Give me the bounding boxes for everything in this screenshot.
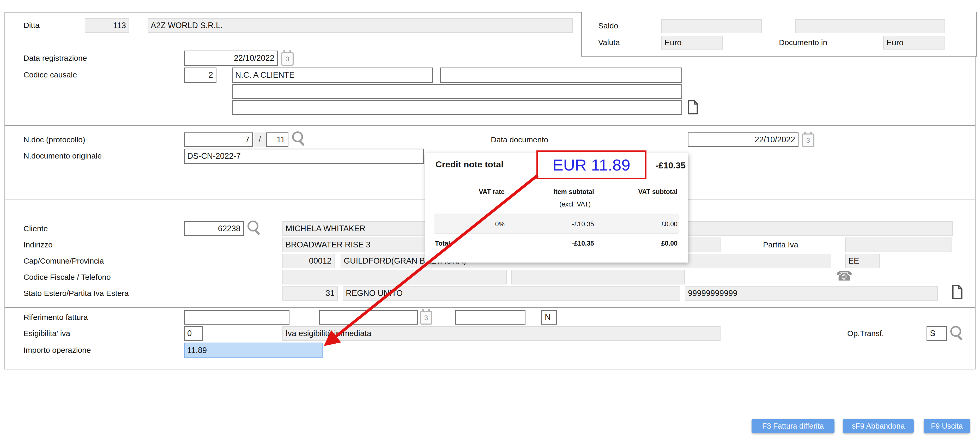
ndoc-numero-field[interactable]: 7	[184, 132, 253, 147]
op-transf-field[interactable]: S	[926, 326, 947, 341]
data-documento-field[interactable]: 22/10/2022	[688, 132, 799, 147]
vat-rate-value: 0%	[495, 220, 504, 228]
search-icon[interactable]	[292, 132, 303, 142]
riferimento-numero-field[interactable]	[184, 310, 290, 325]
cap-field: 00012	[282, 254, 334, 268]
accounting-form-window: Ditta 113 A2Z WORLD S.R.L. Saldo Valuta …	[0, 0, 980, 438]
vat-subtotal-header: VAT subtotal	[638, 188, 678, 195]
divider-section-3	[4, 307, 976, 308]
data-registrazione-label: Data registrazione	[24, 54, 87, 63]
partita-iva-field	[845, 238, 952, 252]
codice-causale-label: Codice causale	[24, 70, 77, 79]
calendar-icon[interactable]: 3	[420, 311, 433, 325]
esigibilita-iva-label: Esigibilita' iva	[24, 329, 70, 338]
ditta-label: Ditta	[24, 21, 40, 30]
ndoc-serie-field[interactable]: 11	[266, 132, 288, 147]
causale-extra-field[interactable]	[440, 68, 682, 83]
stato-nome-field: REGNO UNITO	[343, 286, 680, 301]
item-subtotal-value: -£10.35	[572, 220, 594, 228]
causale-note-field-1[interactable]	[232, 84, 682, 99]
calendar-icon-glyph: 3	[286, 55, 289, 63]
item-subtotal-note: (excl. VAT)	[559, 200, 591, 208]
op-transf-label: Op.Transf.	[847, 329, 884, 338]
f3-fattura-differita-button[interactable]: F3 Fattura differita	[752, 419, 835, 433]
ditta-name-field: A2Z WORLD S.R.L.	[148, 18, 573, 33]
credit-note-title: Credit note total	[436, 159, 504, 170]
divider-section-1	[4, 125, 976, 126]
eur-total-value: EUR 11.89	[553, 156, 630, 174]
esigibilita-codice-field[interactable]: 0	[184, 326, 203, 341]
item-subtotal-header: Item subtotal	[554, 188, 594, 195]
esigibilita-desc-field: Iva esigibilità immediata	[282, 326, 721, 341]
valuta-field: Euro	[661, 36, 722, 49]
document-icon[interactable]	[687, 100, 698, 114]
telefono-field	[511, 270, 685, 284]
phone-icon-glyph: ☎	[836, 268, 853, 283]
valuta-label: Valuta	[598, 38, 620, 47]
border-right	[975, 12, 976, 370]
search-icon[interactable]	[950, 326, 961, 337]
partita-iva-estera-field: 99999999999	[685, 286, 938, 301]
stato-estero-label: Stato Estero/Partita Iva Estera	[24, 289, 129, 298]
cliente-codice-field[interactable]: 62238	[184, 221, 244, 236]
ndoc-protocollo-label: N.doc (protocollo)	[24, 135, 85, 144]
importo-operazione-label: Importo operazione	[24, 346, 91, 355]
popup-divider	[434, 233, 678, 234]
riferimento-flag-field[interactable]: N	[541, 310, 557, 325]
riferimento-extra-field[interactable]	[455, 310, 525, 325]
indirizzo-label: Indirizzo	[24, 240, 52, 249]
codice-causale-desc-field[interactable]: N.C. A CLIENTE	[232, 68, 433, 83]
codice-fiscale-field	[282, 270, 507, 284]
riferimento-fattura-label: Riferimento fattura	[24, 313, 88, 322]
saldo-label: Saldo	[598, 21, 618, 30]
calendar-icon-glyph: 3	[806, 136, 810, 144]
data-documento-label: Data documento	[491, 135, 548, 144]
partita-iva-label: Partita Iva	[763, 240, 798, 249]
f9-uscita-button[interactable]: F9 Uscita	[924, 419, 970, 433]
provincia-field: EE	[845, 254, 880, 268]
documento-in-label: Documento in	[779, 38, 827, 47]
saldo-panel	[581, 12, 977, 57]
ndoc-separator: /	[254, 132, 266, 147]
eur-total-highlight-box: EUR 11.89	[536, 151, 646, 179]
cliente-label: Cliente	[24, 224, 48, 233]
phone-icon[interactable]: ☎	[836, 269, 853, 282]
total-vat-subtotal: £0.00	[661, 240, 678, 247]
calendar-icon[interactable]: 3	[802, 133, 815, 147]
ditta-code-field: 113	[85, 18, 129, 33]
vat-subtotal-value: £0.00	[661, 220, 678, 228]
stato-codice-field: 31	[282, 286, 338, 301]
sf9-abbandona-button[interactable]: sF9 Abbandona	[843, 419, 914, 433]
causale-note-field-2[interactable]	[232, 100, 682, 115]
search-icon[interactable]	[248, 221, 258, 232]
calendar-icon[interactable]: 3	[281, 52, 294, 66]
total-label: Total	[435, 240, 450, 247]
codice-causale-code-field[interactable]: 2	[184, 68, 216, 83]
riferimento-data-field[interactable]	[319, 310, 418, 325]
cap-comune-provincia-label: Cap/Comune/Provincia	[24, 257, 104, 265]
ndoc-originale-field[interactable]: DS-CN-2022-7	[184, 149, 424, 164]
divider-bottom	[4, 369, 976, 370]
credit-note-gbp-total: -£10.35	[655, 160, 686, 170]
importo-operazione-field[interactable]: 11.89	[184, 343, 323, 358]
data-registrazione-field[interactable]: 22/10/2022	[184, 51, 278, 66]
calendar-icon-glyph: 3	[424, 314, 428, 322]
total-item-subtotal: -£10.35	[572, 240, 594, 247]
saldo-field-2	[795, 19, 945, 33]
documento-in-field: Euro	[883, 36, 945, 49]
vat-row-band	[434, 214, 679, 233]
ndoc-originale-label: N.documento originale	[24, 151, 102, 160]
border-left	[4, 12, 5, 370]
document-icon[interactable]	[952, 285, 963, 299]
saldo-field-1	[661, 19, 762, 33]
codice-fiscale-telefono-label: Codice Fiscale / Telefono	[24, 273, 111, 282]
popup-divider	[434, 184, 678, 184]
vat-rate-header: VAT rate	[479, 188, 504, 195]
